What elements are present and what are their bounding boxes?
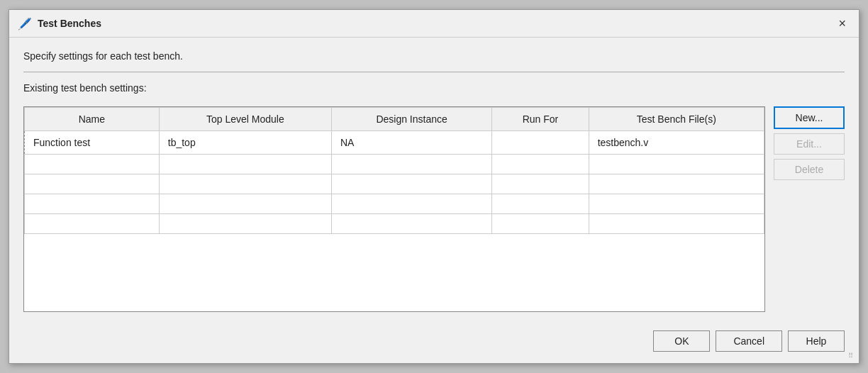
col-top-level: Top Level Module <box>159 108 331 131</box>
col-run-for: Run For <box>492 108 589 131</box>
new-button[interactable]: New... <box>774 106 845 129</box>
cell-test-bench-files: testbench.v <box>589 131 764 155</box>
cell-name: Function test <box>25 131 160 155</box>
col-test-bench-files: Test Bench File(s) <box>589 108 764 131</box>
dialog-icon: 🖊️ <box>18 17 32 30</box>
table-row[interactable]: Function test tb_top NA testbench.v <box>25 131 764 155</box>
table-container: Name Top Level Module Design Instance Ru… <box>23 106 765 312</box>
edit-button[interactable]: Edit... <box>774 133 845 155</box>
cell-run-for <box>492 131 589 155</box>
col-design-instance: Design Instance <box>331 108 491 131</box>
delete-button[interactable]: Delete <box>774 159 845 180</box>
settings-table: Name Top Level Module Design Instance Ru… <box>24 107 764 234</box>
dialog-subtitle: Specify settings for each test bench. <box>23 50 845 62</box>
title-bar-left: 🖊️ Test Benches <box>18 17 101 30</box>
cell-design-instance: NA <box>331 131 491 155</box>
dialog-body: Specify settings for each test bench. Ex… <box>9 38 859 323</box>
close-button[interactable]: × <box>834 16 850 31</box>
resize-handle[interactable]: ⠿ <box>848 352 857 361</box>
table-row-empty-2 <box>25 174 764 194</box>
separator <box>23 72 845 72</box>
dialog-title: Test Benches <box>38 18 101 29</box>
cell-top-level: tb_top <box>159 131 331 155</box>
section-label: Existing test bench settings: <box>23 82 845 94</box>
col-name: Name <box>25 108 160 131</box>
test-benches-dialog: 🖊️ Test Benches × Specify settings for e… <box>9 9 859 364</box>
help-button[interactable]: Help <box>788 330 845 352</box>
table-row-empty-4 <box>25 214 764 234</box>
cancel-button[interactable]: Cancel <box>716 330 782 352</box>
table-row-empty-3 <box>25 194 764 214</box>
table-row-empty-1 <box>25 155 764 174</box>
dialog-footer: OK Cancel Help <box>9 323 859 363</box>
side-buttons: New... Edit... Delete <box>774 106 845 312</box>
main-row: Name Top Level Module Design Instance Ru… <box>23 106 845 312</box>
title-bar: 🖊️ Test Benches × <box>9 10 859 38</box>
ok-button[interactable]: OK <box>653 330 710 352</box>
